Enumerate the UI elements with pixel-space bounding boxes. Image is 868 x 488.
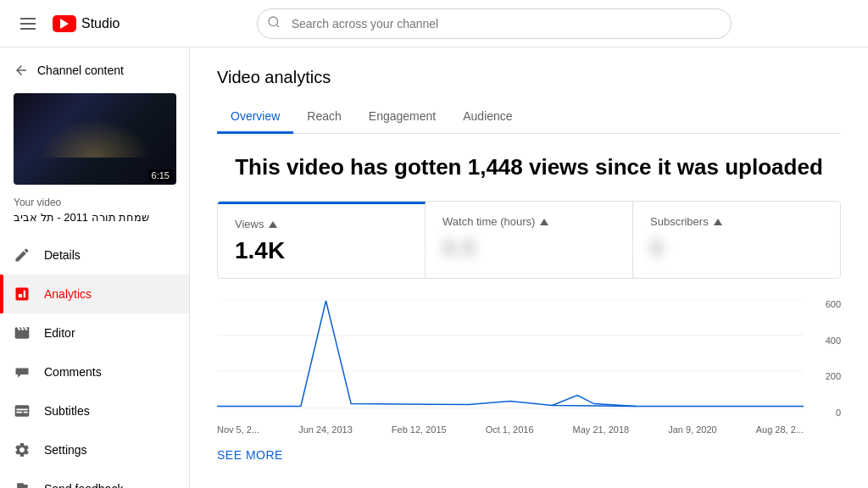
- metric-watch-time-value: 0.5: [442, 235, 615, 262]
- metric-watch-time[interactable]: Watch time (hours) 0.5: [426, 202, 633, 278]
- subtitles-icon: [14, 402, 31, 419]
- sidebar-item-details-label: Details: [44, 248, 81, 262]
- chart-y-label-0: 0: [836, 408, 841, 418]
- comment-icon: [14, 363, 31, 380]
- gear-icon: [14, 441, 31, 458]
- sidebar-item-subtitles-label: Subtitles: [44, 404, 90, 418]
- chart-x-label-6: Aug 28, 2...: [756, 424, 804, 435]
- video-duration: 6:15: [148, 169, 173, 181]
- pencil-icon: [14, 247, 31, 263]
- subscribers-trend-icon: [714, 219, 722, 225]
- sidebar-item-subtitles[interactable]: Subtitles: [0, 391, 189, 430]
- sidebar-item-settings-label: Settings: [44, 443, 87, 457]
- back-arrow-icon: [14, 63, 29, 78]
- metric-subscribers-label: Subscribers: [650, 215, 823, 228]
- search-bar: [257, 8, 732, 39]
- video-title: שמחת תורה 2011 - תל אביב: [0, 210, 189, 232]
- logo: Studio: [53, 15, 120, 32]
- your-video-label: Your video: [0, 191, 189, 210]
- sidebar: Channel content 6:15 Your video שמחת תור…: [0, 47, 190, 488]
- see-more-button[interactable]: SEE MORE: [217, 448, 841, 462]
- content-area: Video analytics Overview Reach Engagemen…: [190, 47, 868, 488]
- page-title: Video analytics: [217, 68, 841, 87]
- chart-x-label-0: Nov 5, 2...: [217, 424, 259, 435]
- watch-time-trend-icon: [540, 219, 548, 225]
- metric-views-label: Views: [235, 218, 408, 230]
- metric-subscribers[interactable]: Subscribers 0: [633, 202, 840, 278]
- chart-y-label-600: 600: [826, 299, 841, 309]
- tabs-bar: Overview Reach Engagement Audience: [217, 101, 841, 134]
- sidebar-item-editor-label: Editor: [44, 326, 75, 340]
- chart-x-label-3: Oct 1, 2016: [486, 424, 534, 435]
- search-icon: [267, 15, 281, 32]
- main-layout: Channel content 6:15 Your video שמחת תור…: [0, 47, 868, 488]
- sidebar-item-send-feedback-label: Send feedback: [44, 482, 123, 488]
- views-trend-icon: [269, 221, 277, 228]
- svg-line-1: [276, 25, 279, 27]
- chart-x-label-5: Jan 9, 2020: [668, 424, 717, 435]
- back-label: Channel content: [37, 64, 124, 77]
- menu-button[interactable]: [14, 11, 42, 36]
- sidebar-item-editor[interactable]: Editor: [0, 313, 189, 352]
- chart-x-label-1: Jun 24, 2013: [298, 424, 353, 435]
- chart-x-labels: Nov 5, 2... Jun 24, 2013 Feb 12, 2015 Oc…: [217, 424, 804, 435]
- header-left: Studio: [14, 11, 120, 36]
- sidebar-back-button[interactable]: Channel content: [0, 54, 189, 86]
- metric-watch-time-label: Watch time (hours): [442, 215, 615, 228]
- sidebar-nav: Details Analytics Editor C: [0, 236, 189, 488]
- chart-y-label-200: 200: [826, 371, 841, 381]
- tab-audience[interactable]: Audience: [449, 101, 526, 134]
- stats-headline: This video has gotten 1,448 views since …: [217, 154, 841, 180]
- film-icon: [14, 324, 31, 341]
- chart-y-label-400: 400: [826, 336, 841, 346]
- metric-views[interactable]: Views 1.4K: [218, 202, 426, 278]
- chart-y-labels: 600 400 200 0: [807, 299, 841, 418]
- studio-label: Studio: [81, 16, 120, 31]
- tab-overview[interactable]: Overview: [217, 101, 293, 134]
- search-input[interactable]: [257, 8, 732, 39]
- chart-x-label-4: May 21, 2018: [573, 424, 630, 435]
- metrics-row: Views 1.4K Watch time (hours) 0.5 Subscr…: [217, 201, 841, 279]
- tab-reach[interactable]: Reach: [293, 101, 354, 134]
- sidebar-item-comments-label: Comments: [44, 365, 102, 379]
- metric-subscribers-value: 0: [650, 235, 823, 262]
- youtube-icon: [53, 15, 76, 32]
- bar-chart-icon: [14, 286, 31, 302]
- sidebar-item-analytics-label: Analytics: [44, 287, 92, 301]
- flag-icon: [14, 480, 31, 488]
- svg-point-0: [269, 17, 278, 26]
- sidebar-item-details[interactable]: Details: [0, 236, 189, 274]
- video-thumbnail[interactable]: 6:15: [14, 93, 176, 185]
- header: Studio: [0, 0, 868, 47]
- metric-views-value: 1.4K: [235, 237, 408, 264]
- chart-svg: [217, 299, 804, 408]
- chart-container: 600 400 200 0 Nov 5, 2... Jun 24, 2013 F…: [217, 299, 841, 435]
- sidebar-item-send-feedback[interactable]: Send feedback: [0, 469, 189, 488]
- sidebar-item-comments[interactable]: Comments: [0, 352, 189, 391]
- sidebar-item-settings[interactable]: Settings: [0, 430, 189, 469]
- chart-x-label-2: Feb 12, 2015: [392, 424, 447, 435]
- video-thumbnail-container: 6:15: [0, 86, 189, 191]
- tab-engagement[interactable]: Engagement: [355, 101, 449, 134]
- sidebar-item-analytics[interactable]: Analytics: [0, 274, 189, 313]
